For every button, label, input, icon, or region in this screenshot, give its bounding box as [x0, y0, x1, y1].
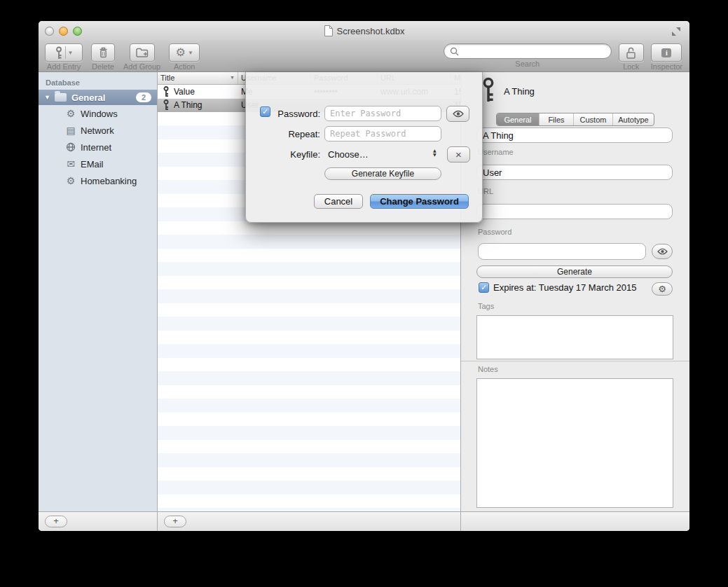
group-count-badge: 2 [136, 92, 151, 102]
sidebar-item-windows[interactable]: ⚙ Windows [39, 105, 157, 122]
desktop: Screenshot.kdbx ▼ Add Entry [0, 0, 728, 587]
delete-button[interactable] [91, 43, 115, 62]
gear-icon: ⚙ [64, 109, 77, 118]
sidebar-header: Database [39, 72, 157, 90]
column-header-title[interactable]: Title ▼ [158, 72, 238, 84]
keyfile-popup[interactable]: Choose… [328, 149, 369, 160]
close-icon: × [455, 149, 462, 160]
add-group-item: Add Group [123, 43, 160, 71]
sidebar-group-general[interactable]: ▼ General 2 [39, 90, 157, 105]
tab-files[interactable]: Files [539, 113, 573, 125]
action-label: Action [174, 62, 195, 71]
password-field[interactable] [478, 243, 646, 260]
delete-item: Delete [91, 43, 115, 71]
sidebar-footer: + [39, 511, 157, 531]
gear-icon: ⚙ [64, 176, 77, 186]
inspector-button[interactable]: i [651, 43, 682, 62]
sidebar-item-network[interactable]: ▤ Network [39, 122, 157, 139]
envelope-icon: ✉ [64, 159, 77, 169]
sidebar-item-label: Internet [81, 142, 111, 153]
username-field[interactable] [476, 165, 673, 180]
tab-custom[interactable]: Custom [573, 113, 612, 125]
sidebar-item-email[interactable]: ✉ EMail [39, 156, 157, 172]
generate-keyfile-button[interactable]: Generate Keyfile [324, 167, 441, 180]
change-password-button[interactable]: Change Password [370, 194, 469, 209]
add-group-button[interactable] [130, 43, 155, 62]
sidebar-item-label: Windows [81, 109, 118, 119]
section-divider [461, 361, 689, 361]
add-entry-label: Add Entry [47, 62, 81, 71]
tab-general[interactable]: General [497, 113, 539, 125]
add-entry-item: ▼ Add Entry [45, 43, 83, 71]
search-field[interactable] [444, 43, 612, 59]
sidebar-item-label: EMail [81, 159, 104, 170]
expires-settings-button[interactable]: ⚙ [652, 282, 673, 296]
sidebar-item-label: Network [81, 125, 114, 136]
gear-icon: ⚙ [658, 284, 666, 294]
url-field[interactable] [476, 204, 673, 219]
add-group-footer-button[interactable]: + [45, 516, 67, 527]
lock-item: Lock [619, 43, 644, 71]
notes-field[interactable] [476, 378, 673, 508]
show-password-button[interactable] [652, 244, 673, 259]
trash-icon [99, 47, 108, 58]
inspector-item: i Inspector [651, 43, 682, 71]
add-group-label: Add Group [123, 62, 160, 71]
inspector-entry-title: A Thing [504, 86, 535, 97]
button-divider [65, 46, 66, 59]
inspector-footer [461, 511, 689, 531]
window-title-area: Screenshot.kdbx [39, 21, 689, 41]
folder-icon [55, 93, 67, 102]
globe-icon [64, 142, 77, 152]
sidebar: Database ▼ General 2 ⚙ Windows ▤ Network [39, 72, 158, 531]
lock-button[interactable] [619, 43, 644, 62]
app-window: Screenshot.kdbx ▼ Add Entry [39, 21, 689, 531]
sidebar-item-label: Homebanking [81, 176, 137, 186]
keyfile-label: Keyfile: [267, 149, 320, 160]
tab-autotype[interactable]: Autotype [612, 113, 654, 125]
delete-label: Delete [92, 62, 114, 71]
clear-keyfile-button[interactable]: × [447, 146, 470, 163]
key-icon [481, 77, 496, 103]
eye-icon [657, 248, 668, 255]
document-icon [324, 25, 333, 36]
add-entry-footer-button[interactable]: + [164, 516, 186, 527]
search-item: Search [444, 43, 612, 71]
toolbar: ▼ Add Entry Delete [39, 41, 689, 72]
expires-checkbox[interactable]: ✓ [479, 282, 489, 293]
sidebar-group-label: General [71, 92, 105, 103]
unlock-icon [626, 47, 636, 59]
password-input[interactable] [324, 106, 441, 121]
disclosure-triangle-icon[interactable]: ▼ [44, 94, 50, 101]
entry-title: Value [174, 87, 195, 97]
fullscreen-icon[interactable] [671, 26, 682, 37]
sort-indicator-icon: ▼ [230, 75, 235, 80]
password-label: Password [478, 228, 511, 236]
repeat-label: Repeat: [267, 129, 320, 139]
gear-icon: ⚙ [176, 47, 186, 58]
generate-password-button[interactable]: Generate [476, 265, 673, 278]
server-icon: ▤ [64, 125, 77, 135]
title-field[interactable] [476, 127, 673, 143]
action-item: ⚙ ▼ Action [169, 43, 200, 71]
action-button[interactable]: ⚙ ▼ [169, 43, 200, 62]
repeat-input[interactable] [324, 126, 441, 141]
chevron-down-icon[interactable]: ▼ [68, 50, 74, 56]
tags-field[interactable] [476, 315, 673, 359]
stepper-icon[interactable]: ▲▼ [433, 149, 437, 157]
tags-label: Tags [478, 302, 494, 310]
search-icon [450, 47, 459, 56]
sidebar-item-internet[interactable]: Internet [39, 139, 157, 156]
inspector-panel: A Thing General Files Custom Autotype Us… [461, 72, 689, 531]
key-icon [55, 46, 63, 60]
sidebar-item-homebanking[interactable]: ⚙ Homebanking [39, 172, 157, 189]
add-entry-button[interactable]: ▼ [45, 43, 83, 62]
entry-list-footer: + [158, 511, 460, 531]
toolbar-left-group: ▼ Add Entry Delete [39, 41, 200, 71]
titlebar: Screenshot.kdbx [39, 21, 689, 41]
cancel-button[interactable]: Cancel [314, 194, 363, 209]
inspector-label: Inspector [651, 62, 682, 71]
toolbar-right-group: Search Lock i Inspector [444, 41, 689, 71]
search-input[interactable] [462, 46, 605, 56]
show-password-button[interactable] [446, 106, 469, 122]
